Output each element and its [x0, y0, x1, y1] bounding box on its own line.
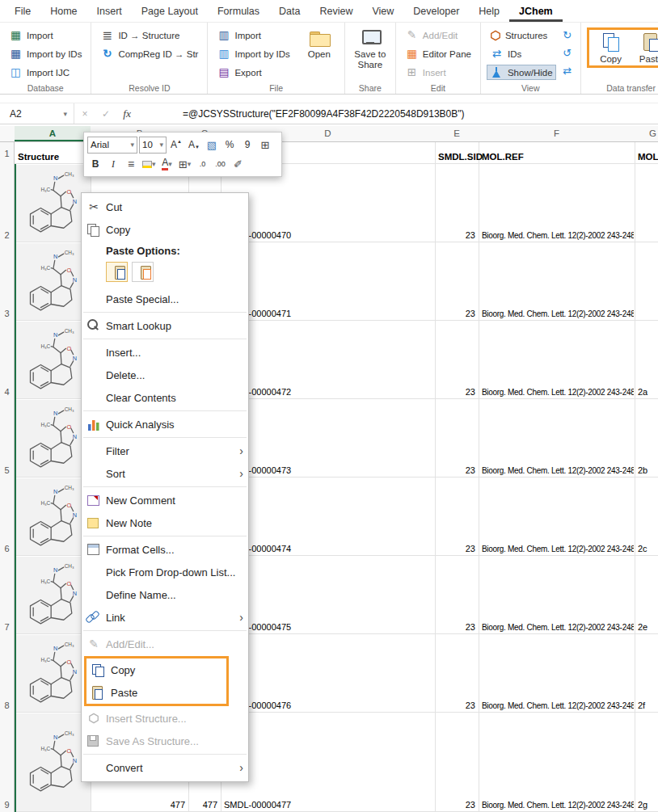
structures-toggle-button[interactable]: Structures — [487, 27, 556, 43]
table-cell[interactable]: 477 — [91, 800, 188, 810]
table-cell[interactable]: 2g — [635, 800, 658, 810]
header-cell-mol-ref[interactable]: MOL.REF — [479, 152, 634, 162]
row-header-7[interactable]: 7 — [0, 556, 15, 634]
paste-structure-button[interactable]: Paste — [632, 31, 658, 65]
table-cell[interactable]: Bioorg. Med. Chem. Lett. 12(2)-2002 243-… — [479, 231, 634, 240]
table-cell[interactable]: 23 — [435, 701, 479, 710]
ids-toggle-button[interactable]: IDs — [487, 46, 556, 61]
menu-item-clear-contents[interactable]: Clear Contents — [82, 386, 248, 409]
menu-item-convert[interactable]: Convert — [82, 756, 248, 779]
cancel-icon[interactable]: × — [74, 108, 95, 120]
menu-item-paste-structure[interactable]: Paste — [86, 681, 226, 704]
table-cell[interactable]: 23 — [435, 465, 479, 475]
column-header-f[interactable]: F — [479, 126, 635, 141]
enter-icon[interactable]: ✓ — [95, 108, 116, 120]
decrease-decimal-button[interactable]: .00 — [213, 156, 229, 173]
table-cell[interactable]: 23 — [435, 309, 479, 318]
header-cell-mol-name[interactable]: MOL.NAME — [635, 152, 658, 162]
row-header-2[interactable]: 2 — [0, 164, 15, 242]
tab-page-layout[interactable]: Page Layout — [132, 0, 208, 22]
table-cell[interactable]: 23 — [435, 387, 479, 397]
borders-button[interactable]: ▾ — [177, 156, 193, 173]
show-hide-button[interactable]: Show/Hide — [487, 65, 556, 80]
tab-developer[interactable]: Developer — [403, 0, 469, 22]
column-header-a[interactable]: A — [15, 126, 91, 141]
menu-item-sort[interactable]: Sort — [82, 462, 248, 485]
structure-cell[interactable] — [15, 557, 91, 633]
tab-data[interactable]: Data — [269, 0, 310, 22]
menu-item-format-cells[interactable]: Format Cells... — [82, 538, 248, 561]
header-cell-structure[interactable]: Structure — [15, 152, 91, 162]
table-cell[interactable]: 2b — [635, 465, 658, 475]
export-button[interactable]: Export — [213, 65, 293, 80]
tab-insert[interactable]: Insert — [87, 0, 132, 22]
import-database-button[interactable]: Import — [6, 27, 85, 43]
table-cell[interactable]: 23 — [435, 544, 479, 553]
insert-function-icon[interactable]: fx — [116, 107, 137, 120]
table-cell[interactable]: SMDL-00000476 — [221, 701, 434, 710]
percent-style-button[interactable]: % — [221, 137, 238, 154]
save-to-share-button[interactable]: Save to Share — [351, 27, 390, 70]
menu-item-smart-lookup[interactable]: Smart Lookup — [82, 314, 248, 337]
copy-structure-button[interactable]: Copy — [592, 31, 631, 65]
merge-cells-button[interactable] — [257, 137, 273, 154]
table-cell[interactable]: SMDL-00000474 — [221, 544, 434, 553]
table-cell[interactable]: 2e — [635, 622, 658, 632]
menu-item-new-note[interactable]: New Note — [82, 511, 248, 534]
name-box-dropdown-icon[interactable]: ▾ — [63, 110, 67, 118]
tab-formulas[interactable]: Formulas — [208, 0, 269, 22]
decrease-font-size-button[interactable]: A — [186, 137, 202, 154]
menu-item-insert[interactable]: Insert... — [82, 341, 248, 364]
table-cell[interactable]: 23 — [435, 622, 479, 632]
compreg-id-to-str-button[interactable]: CompReg ID → Str — [97, 46, 201, 61]
structure-cell[interactable] — [15, 478, 91, 555]
format-brush-button[interactable] — [230, 156, 247, 173]
table-cell[interactable]: SMDL-00000472 — [221, 387, 434, 397]
tab-help[interactable]: Help — [469, 0, 509, 22]
tab-jchem[interactable]: JChem — [509, 0, 563, 22]
menu-item-quick-analysis[interactable]: Quick Analysis — [82, 413, 248, 435]
font-name-select[interactable]: Arial ▾ — [87, 137, 137, 154]
table-cell[interactable]: 23 — [435, 800, 479, 810]
menu-item-filter[interactable]: Filter — [82, 440, 248, 462]
align-center-button[interactable] — [123, 156, 139, 173]
table-cell[interactable]: Bioorg. Med. Chem. Lett. 12(2)-2002 243-… — [479, 466, 634, 475]
row-header-8[interactable]: 8 — [0, 634, 15, 713]
import-by-ids-database-button[interactable]: Import by IDs — [6, 46, 85, 61]
table-cell[interactable]: Bioorg. Med. Chem. Lett. 12(2)-2002 243-… — [479, 701, 634, 710]
sync-ids-button[interactable]: ↺ — [560, 46, 575, 60]
row-header-3[interactable]: 3 — [0, 242, 15, 321]
import-ijc-button[interactable]: Import IJC — [6, 65, 85, 80]
row-header-6[interactable]: 6 — [0, 478, 15, 556]
table-cell[interactable]: 2f — [635, 701, 658, 710]
menu-item-paste-special[interactable]: Paste Special... — [82, 288, 248, 310]
sync-structures-button[interactable]: ↻ — [560, 28, 575, 42]
header-cell-smdl-sid[interactable]: SMDL.SID — [435, 152, 479, 162]
table-cell[interactable]: SMDL-00000471 — [221, 309, 434, 318]
table-cell[interactable]: 2a — [635, 387, 658, 397]
menu-item-copy-structure[interactable]: Copy — [86, 658, 226, 681]
import-by-ids-file-button[interactable]: Import by IDs — [213, 46, 293, 61]
row-header-4[interactable]: 4 — [0, 321, 15, 399]
table-cell[interactable]: 2c — [635, 544, 658, 553]
editor-pane-button[interactable]: Editor Pane — [402, 46, 475, 61]
row-header-5[interactable]: 5 — [0, 399, 15, 478]
table-cell[interactable]: 477 — [188, 800, 221, 810]
bold-button[interactable]: B — [87, 156, 103, 173]
open-button[interactable]: Open — [300, 27, 339, 80]
table-cell[interactable]: SMDL-00000477 — [221, 800, 434, 810]
paste-option-keep-formatting-button[interactable] — [106, 262, 128, 282]
table-cell[interactable]: SMDL-00000470 — [221, 230, 434, 240]
menu-item-define-name[interactable]: Define Name... — [82, 583, 248, 606]
menu-item-pick-from-dropdown-list[interactable]: Pick From Drop-down List... — [82, 561, 248, 583]
table-cell[interactable]: SMDL-00000473 — [221, 465, 434, 475]
tab-home[interactable]: Home — [40, 0, 86, 22]
paste-option-values-button[interactable] — [132, 262, 154, 282]
font-color-button[interactable]: A▾ — [159, 156, 175, 173]
swap-view-button[interactable]: ⇄ — [560, 64, 575, 78]
menu-item-new-comment[interactable]: New Comment — [82, 489, 248, 511]
menu-item-delete[interactable]: Delete... — [82, 364, 248, 386]
row-header-9[interactable]: 9 — [0, 713, 15, 812]
menu-item-copy[interactable]: Copy — [82, 218, 248, 241]
table-cell[interactable]: Bioorg. Med. Chem. Lett. 12(2)-2002 243-… — [479, 545, 634, 553]
